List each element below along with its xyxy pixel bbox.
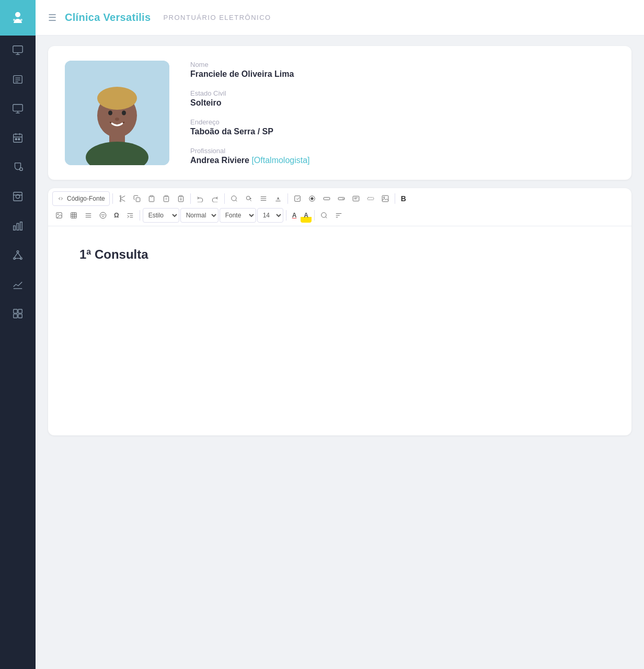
size-select[interactable]: 14 [257,208,283,223]
svg-point-26 [17,251,19,253]
svg-line-30 [18,252,21,257]
svg-point-85 [102,214,102,215]
source-button[interactable]: Código-Fonte [52,191,110,206]
svg-point-65 [310,198,313,200]
editor-content-area[interactable]: 1ª Consulta [48,226,631,435]
address-value: Taboão da Serra / SP [190,127,310,136]
spellcheck-button[interactable] [271,191,285,206]
bold-button[interactable]: B [398,191,409,206]
svg-rect-18 [18,139,20,140]
toolbar-separator-5 [395,193,395,204]
find-button[interactable] [227,191,241,206]
indent-button[interactable] [123,208,137,223]
civil-status-label: Estado Civil [190,89,310,97]
svg-rect-13 [14,134,22,143]
special-chars-button[interactable]: Ω [111,208,122,223]
style-select[interactable]: Estilo [143,208,179,223]
copy-button[interactable] [130,191,144,206]
svg-point-41 [97,87,137,110]
professional-label: Profissional [190,147,310,155]
svg-point-19 [20,168,22,171]
emoji-button[interactable] [96,208,110,223]
svg-point-46 [120,195,121,197]
sidebar-item-stethoscope[interactable] [0,153,36,182]
undo-button[interactable] [193,191,207,206]
svg-line-91 [326,217,327,218]
svg-rect-35 [14,314,17,318]
professional-name: Andrea Riviere [190,156,249,165]
paste-word-button[interactable] [174,191,188,206]
toolbar-separator-3 [224,193,225,204]
svg-point-84 [100,212,106,218]
svg-rect-71 [367,198,374,200]
svg-line-58 [235,200,237,202]
svg-rect-50 [136,198,140,202]
editor-heading: 1ª Consulta [79,247,600,262]
sidebar-item-list[interactable] [0,65,36,94]
svg-rect-3 [13,46,22,53]
svg-rect-34 [18,309,22,313]
radio-button[interactable] [305,191,319,206]
svg-rect-20 [14,192,22,201]
sidebar-item-network[interactable] [0,240,36,270]
sidebar [0,0,36,669]
civil-status-value: Solteiro [190,98,310,108]
find-replace-button[interactable] [242,191,256,206]
sidebar-item-billing[interactable] [0,182,36,211]
checkbox-button[interactable] [291,191,304,206]
paste-button[interactable] [145,191,158,206]
svg-rect-17 [15,139,17,140]
cut-button[interactable] [116,191,129,206]
svg-point-57 [231,196,236,201]
sidebar-item-chart-bar[interactable] [0,211,36,240]
image-insert-button[interactable] [52,208,66,223]
svg-point-90 [321,213,326,217]
menu-icon[interactable]: ☰ [48,12,56,24]
header-subtitle: PRONTUÁRIO ELETRÔNICO [163,14,271,21]
font-select[interactable]: Fonte [220,208,256,223]
redo-button[interactable] [208,191,222,206]
svg-point-73 [383,197,384,198]
name-value: Franciele de Oliveira Lima [190,70,310,79]
professional-specialty[interactable]: [Oftalmologista] [251,156,309,165]
svg-rect-10 [13,105,22,111]
info-group-name: Nome Franciele de Oliveira Lima [190,61,310,79]
svg-point-44 [115,118,119,121]
search-replace-button[interactable] [317,208,331,223]
svg-rect-72 [382,195,388,202]
sidebar-item-chart-line[interactable] [0,270,36,299]
hidden-field-button[interactable] [364,191,377,206]
bg-color-button[interactable]: A [301,208,312,223]
paste-plain-button[interactable] [159,191,173,206]
image-button[interactable] [378,191,392,206]
header: ☰ Clínica Versatilis PRONTUÁRIO ELETRÔNI… [36,0,644,36]
select-button[interactable] [335,191,348,206]
editor-container: Código-Fonte [48,188,631,435]
svg-rect-33 [14,309,17,313]
toolbar-separator-2 [190,193,191,204]
editor-toolbar: Código-Fonte [48,188,631,226]
format-button[interactable] [332,208,346,223]
toolbar-row-1: Código-Fonte [52,191,627,206]
svg-point-2 [20,19,22,21]
sidebar-logo[interactable] [0,0,36,36]
sidebar-item-tv[interactable] [0,36,36,65]
svg-rect-63 [294,196,300,202]
svg-point-45 [120,201,121,202]
sidebar-item-monitor[interactable] [0,94,36,123]
input-field-button[interactable] [320,191,334,206]
paragraph-button[interactable] [257,191,270,206]
sidebar-item-calendar[interactable] [0,123,36,153]
font-color-button[interactable]: A [289,208,300,223]
svg-point-0 [15,12,20,17]
text-area-button[interactable] [349,191,363,206]
sidebar-item-grid[interactable] [0,299,36,328]
info-group-professional: Profissional Andrea Riviere [Oftalmologi… [190,147,310,165]
svg-point-42 [108,111,112,116]
svg-rect-51 [150,195,153,197]
align-button[interactable] [82,208,95,223]
toolbar-separator-4 [288,193,288,204]
paragraph-select[interactable]: Normal [180,208,218,223]
table-button[interactable] [67,208,80,223]
patient-photo [65,61,169,165]
